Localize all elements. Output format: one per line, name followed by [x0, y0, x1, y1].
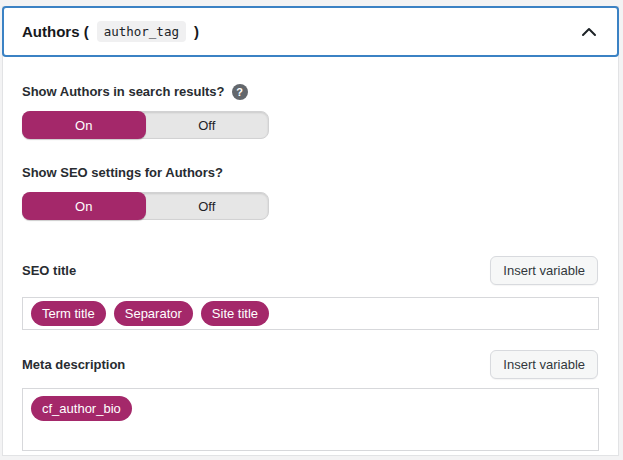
chevron-up-icon: [581, 27, 597, 37]
toggle-off-option[interactable]: Off: [146, 193, 269, 219]
panel-title-suffix: ): [194, 23, 199, 40]
toggle-label-text: Show SEO settings for Authors?: [22, 165, 223, 181]
seo-settings-toggle[interactable]: On Off: [22, 192, 269, 220]
accordion-panel: Authors ( author_tag ) Show Authors in s…: [2, 6, 619, 456]
taxonomy-slug-chip: author_tag: [97, 21, 186, 42]
field-row: SEO title Insert variable: [22, 256, 598, 285]
seo-title-input[interactable]: Term titleSeparatorSite title: [22, 297, 599, 330]
seo-title-label: SEO title: [22, 263, 76, 279]
insert-variable-button[interactable]: Insert variable: [490, 256, 598, 285]
help-icon[interactable]: ?: [232, 84, 248, 100]
page-background: { "panel": { "title_prefix": "Authors ("…: [0, 0, 623, 460]
variable-pill[interactable]: Site title: [201, 301, 269, 326]
meta-description-section: Meta description Insert variable cf_auth…: [22, 350, 598, 451]
accordion-header[interactable]: Authors ( author_tag ): [2, 6, 619, 57]
panel-title: Authors ( author_tag ): [22, 21, 199, 42]
panel-body: Show Authors in search results? ? On Off…: [3, 57, 618, 451]
variable-pill[interactable]: Separator: [114, 301, 193, 326]
field-row: Meta description Insert variable: [22, 350, 598, 379]
meta-description-label: Meta description: [22, 357, 125, 373]
meta-description-input[interactable]: cf_author_bio: [22, 388, 599, 451]
toggle-label: Show Authors in search results? ?: [22, 84, 248, 100]
toggle-group-seo-settings: Show SEO settings for Authors? On Off: [22, 163, 598, 220]
search-results-toggle[interactable]: On Off: [22, 111, 269, 139]
insert-variable-button[interactable]: Insert variable: [490, 350, 598, 379]
toggle-on-option[interactable]: On: [22, 111, 146, 139]
toggle-label: Show SEO settings for Authors?: [22, 165, 223, 181]
toggle-off-option[interactable]: Off: [146, 112, 269, 138]
toggle-label-text: Show Authors in search results?: [22, 84, 225, 100]
toggle-on-option[interactable]: On: [22, 192, 146, 220]
seo-title-section: SEO title Insert variable Term titleSepa…: [22, 256, 598, 330]
toggle-group-search-results: Show Authors in search results? ? On Off: [22, 82, 598, 139]
variable-pill[interactable]: Term title: [31, 301, 106, 326]
panel-title-prefix: Authors (: [22, 23, 89, 40]
variable-pill[interactable]: cf_author_bio: [31, 396, 132, 421]
